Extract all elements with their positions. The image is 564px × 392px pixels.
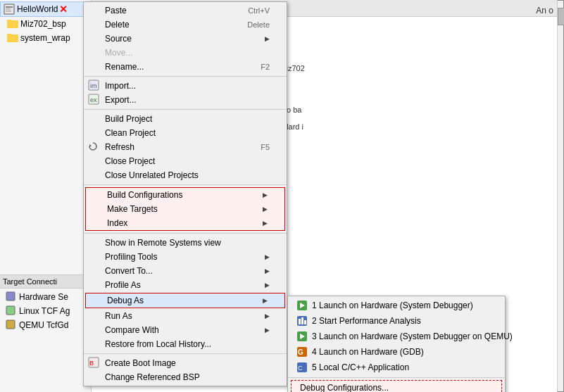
menu-item-rename[interactable]: Rename... F2 [84, 60, 287, 74]
scrollbar[interactable] [557, 0, 564, 392]
refresh-icon [88, 141, 98, 153]
export-icon: ex [88, 94, 99, 107]
svg-rect-7 [7, 34, 12, 37]
menu-item-boot-image[interactable]: B Create Boot Image [84, 356, 287, 370]
menu-sep-2 [84, 109, 287, 110]
submenu-qemu[interactable]: 3 Launch on Hardware (System Debugger on… [288, 329, 505, 344]
perf-icon [296, 315, 308, 327]
menu-import-label: Import... [105, 81, 136, 91]
submenu-local-cpp[interactable]: C 5 Local C/C++ Application [288, 360, 505, 375]
svg-rect-22 [301, 317, 303, 324]
menu-item-source[interactable]: Source [84, 32, 287, 46]
menu-item-import[interactable]: im Import... [84, 79, 287, 93]
menu-item-convert[interactable]: Convert To... [84, 264, 287, 278]
import-icon: im [88, 80, 99, 93]
submenu-launch-hw-label: 1 Launch on Hardware (System Debugger) [312, 301, 473, 310]
delete-badge: ✕ [59, 4, 68, 15]
menu-restore-label: Restore from Local History... [105, 339, 211, 349]
menu-rename-shortcut: F2 [261, 63, 270, 71]
tc-qemu-label: QEMU TcfGd [19, 320, 68, 330]
menu-refresh-shortcut: F5 [261, 143, 270, 151]
tc-hardware-icon [6, 291, 17, 303]
menu-item-close-project[interactable]: Close Project [84, 154, 287, 168]
debug-submenu-sep [288, 377, 505, 378]
submenu-launch-hw[interactable]: 1 Launch on Hardware (System Debugger) [288, 298, 505, 313]
menu-item-export[interactable]: ex Export... [84, 93, 287, 107]
menu-close-project-label: Close Project [105, 156, 155, 166]
menu-item-index[interactable]: Index [86, 216, 284, 230]
svg-text:C: C [298, 365, 303, 372]
menu-debug-as-label: Debug As [107, 296, 144, 305]
sidebar-item-helloworld[interactable]: HelloWorld ✕ [0, 1, 91, 17]
svg-text:ex: ex [90, 96, 97, 103]
submenu-qemu-label: 3 Launch on Hardware (System Debugger on… [312, 331, 513, 341]
svg-text:B: B [89, 360, 94, 367]
debug-config-label: Debug Configurations... [300, 383, 389, 392]
svg-rect-8 [6, 292, 15, 301]
boot-icon: B [88, 357, 99, 370]
menu-item-paste[interactable]: Paste Ctrl+V [84, 4, 287, 18]
sidebar-item-miz702[interactable]: Miz702_bsp [0, 17, 91, 31]
svg-rect-1 [6, 6, 13, 8]
menu-item-delete[interactable]: Delete Delete [84, 18, 287, 32]
menu-item-profiling[interactable]: Profiling Tools [84, 250, 287, 264]
menu-delete-label: Delete [105, 20, 130, 30]
svg-rect-10 [6, 320, 15, 329]
menu-run-as-label: Run As [105, 311, 132, 321]
gdb-icon: G [296, 346, 308, 358]
context-menu: Paste Ctrl+V Delete Delete Source Move..… [83, 1, 287, 386]
svg-rect-9 [6, 306, 15, 315]
svg-rect-5 [7, 20, 12, 23]
menu-move-label: Move... [105, 48, 132, 58]
menu-sep-1 [84, 76, 287, 77]
menu-item-compare[interactable]: Compare With [84, 323, 287, 337]
menu-item-build-project[interactable]: Build Project [84, 112, 287, 126]
menu-change-bsp-label: Change Referenced BSP [105, 372, 200, 382]
menu-paste-shortcut: Ctrl+V [248, 6, 270, 15]
svg-text:im: im [90, 82, 97, 89]
menu-sep-5 [84, 353, 287, 354]
menu-item-close-unrelated[interactable]: Close Unrelated Projects [84, 168, 287, 182]
target-connections-panel: Target Connecti Hardware Se Linux TCF Ag [0, 274, 92, 392]
menu-item-make-targets[interactable]: Make Targets [86, 202, 284, 216]
debug-as-submenu: 1 Launch on Hardware (System Debugger) 2… [287, 296, 506, 392]
svg-rect-3 [6, 11, 11, 12]
menu-item-run-as[interactable]: Run As [84, 309, 287, 323]
debug-configurations-button[interactable]: Debug Configurations... [292, 381, 501, 392]
menu-item-profile-as[interactable]: Profile As [84, 278, 287, 292]
scroll-thumb[interactable] [558, 8, 564, 25]
menu-item-build-configurations[interactable]: Build Configurations [86, 188, 284, 202]
sidebar-item-syswrap[interactable]: system_wrap [0, 31, 91, 45]
submenu-local-cpp-label: 5 Local C/C++ Application [312, 362, 409, 372]
submenu-perf[interactable]: 2 Start Performance Analysis [288, 313, 505, 329]
menu-close-unrelated-label: Close Unrelated Projects [105, 170, 199, 180]
tc-qemu-icon [6, 320, 17, 331]
menu-profile-as-label: Profile As [105, 280, 141, 290]
sidebar-item-helloworld-label: HelloWorld [17, 4, 58, 14]
svg-text:G: G [298, 348, 303, 356]
menu-item-clean-project[interactable]: Clean Project [84, 126, 287, 140]
folder-icon-miz702 [7, 18, 18, 30]
menu-export-label: Export... [105, 95, 137, 105]
menu-build-project-label: Build Project [105, 114, 152, 124]
menu-source-label: Source [105, 34, 132, 44]
menu-item-change-bsp[interactable]: Change Referenced BSP [84, 370, 287, 384]
tc-hardware[interactable]: Hardware Se [3, 290, 88, 304]
menu-item-restore[interactable]: Restore from Local History... [84, 337, 287, 351]
project-icon [4, 4, 15, 15]
menu-item-show-remote[interactable]: Show in Remote Systems view [84, 236, 287, 250]
tc-linux[interactable]: Linux TCF Ag [3, 304, 88, 318]
menu-index-label: Index [107, 218, 127, 228]
sidebar-item-miz702-label: Miz702_bsp [20, 19, 66, 29]
menu-item-refresh[interactable]: Refresh F5 [84, 140, 287, 154]
menu-clean-project-label: Clean Project [105, 128, 156, 138]
tc-qemu[interactable]: QEMU TcfGd [3, 318, 88, 332]
menu-item-debug-as[interactable]: Debug As [86, 293, 284, 308]
svg-marker-15 [89, 144, 92, 147]
menu-item-move[interactable]: Move... [84, 46, 287, 60]
submenu-gdb[interactable]: G 4 Launch on Hardware (GDB) [288, 344, 505, 360]
tc-linux-icon [6, 305, 17, 317]
menu-paste-label: Paste [105, 6, 127, 15]
target-connections-title: Target Connecti [0, 275, 91, 289]
menu-show-remote-label: Show in Remote Systems view [105, 238, 221, 248]
